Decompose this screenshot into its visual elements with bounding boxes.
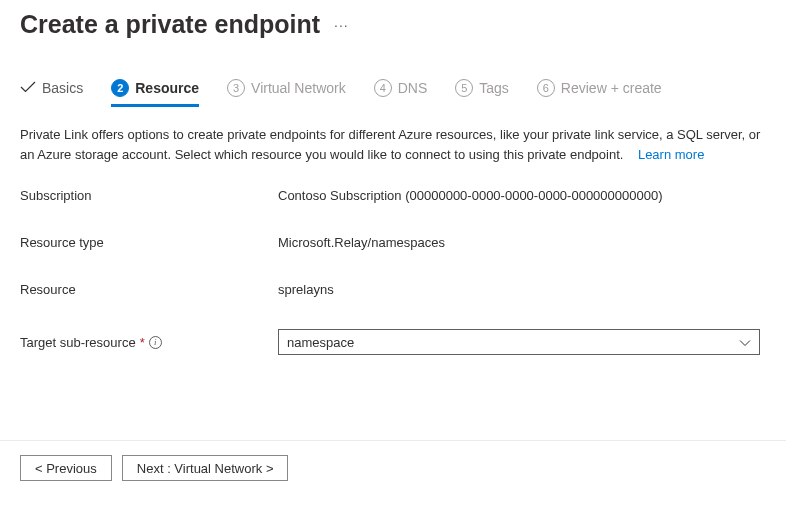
required-star-icon: *: [140, 335, 145, 350]
tab-resource[interactable]: 2 Resource: [111, 79, 199, 107]
info-icon[interactable]: i: [149, 336, 162, 349]
more-icon[interactable]: ···: [334, 17, 349, 33]
tab-label: Resource: [135, 80, 199, 96]
step-number-icon: 6: [537, 79, 555, 97]
dropdown-value: namespace: [287, 335, 354, 350]
tab-label: Virtual Network: [251, 80, 346, 96]
label-resource-type: Resource type: [20, 235, 278, 250]
next-button[interactable]: Next : Virtual Network >: [122, 455, 289, 481]
page-title: Create a private endpoint: [20, 10, 320, 39]
footer-actions: < Previous Next : Virtual Network >: [0, 440, 786, 481]
tab-dns[interactable]: 4 DNS: [374, 79, 428, 107]
form-container: Subscription Contoso Subscription (00000…: [20, 188, 766, 355]
tab-tags[interactable]: 5 Tags: [455, 79, 509, 107]
row-target-sub-resource: Target sub-resource * i namespace: [20, 329, 766, 355]
step-number-icon: 2: [111, 79, 129, 97]
previous-button[interactable]: < Previous: [20, 455, 112, 481]
tab-virtual-network[interactable]: 3 Virtual Network: [227, 79, 346, 107]
tab-review-create[interactable]: 6 Review + create: [537, 79, 662, 107]
value-resource: sprelayns: [278, 282, 766, 297]
row-resource-type: Resource type Microsoft.Relay/namespaces: [20, 235, 766, 250]
step-number-icon: 4: [374, 79, 392, 97]
chevron-down-icon: [739, 335, 751, 350]
tab-label: Review + create: [561, 80, 662, 96]
tabs-container: Basics 2 Resource 3 Virtual Network 4 DN…: [20, 79, 766, 107]
label-text: Target sub-resource: [20, 335, 136, 350]
label-resource: Resource: [20, 282, 278, 297]
tab-label: DNS: [398, 80, 428, 96]
label-target-sub-resource: Target sub-resource * i: [20, 335, 278, 350]
row-resource: Resource sprelayns: [20, 282, 766, 297]
label-subscription: Subscription: [20, 188, 278, 203]
step-number-icon: 3: [227, 79, 245, 97]
tab-description: Private Link offers options to create pr…: [20, 125, 766, 164]
value-resource-type: Microsoft.Relay/namespaces: [278, 235, 766, 250]
check-icon: [20, 80, 36, 96]
row-subscription: Subscription Contoso Subscription (00000…: [20, 188, 766, 203]
tab-basics[interactable]: Basics: [20, 80, 83, 106]
value-subscription: Contoso Subscription (00000000-0000-0000…: [278, 188, 766, 203]
step-number-icon: 5: [455, 79, 473, 97]
tab-label: Basics: [42, 80, 83, 96]
target-sub-resource-dropdown[interactable]: namespace: [278, 329, 760, 355]
tab-label: Tags: [479, 80, 509, 96]
learn-more-link[interactable]: Learn more: [638, 147, 704, 162]
